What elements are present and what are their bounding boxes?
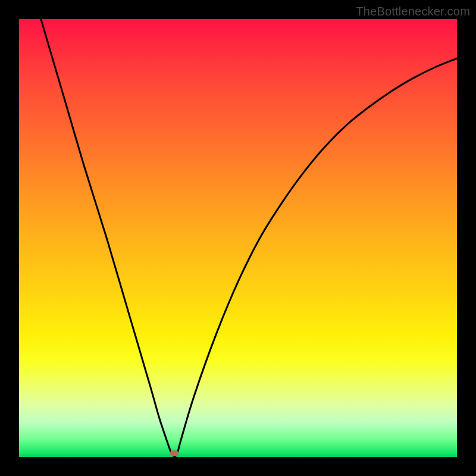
watermark-text: TheBottlenecker.com: [356, 5, 470, 18]
bottleneck-curve: [19, 19, 457, 457]
minimum-marker: [170, 450, 178, 456]
plot-area: [19, 19, 457, 457]
chart-frame: TheBottlenecker.com: [0, 0, 476, 476]
